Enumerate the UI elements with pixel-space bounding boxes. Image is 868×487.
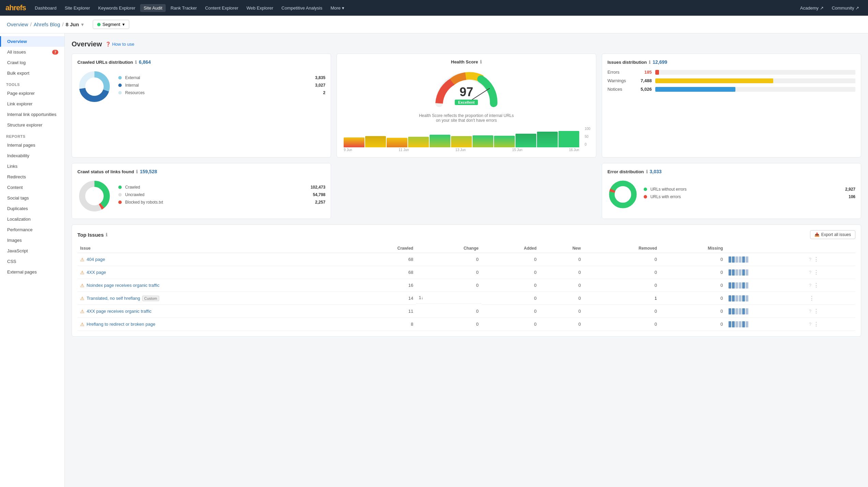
external-dot: [118, 76, 122, 79]
sidebar-item-bulk-export[interactable]: Bulk export: [0, 68, 64, 78]
warning-icon: ⚠: [80, 283, 85, 288]
sidebar-item-internal-link-opportunities[interactable]: Internal link opportunities: [0, 109, 64, 120]
how-to-use-link[interactable]: ❓ How to use: [105, 42, 134, 47]
legend-no-errors: URLs without errors 2,927: [644, 187, 855, 192]
col-missing: Missing: [660, 244, 726, 253]
cell-chart: [726, 305, 806, 318]
nav-dashboard[interactable]: Dashboard: [31, 4, 60, 12]
top-issues-info-icon[interactable]: ℹ: [106, 232, 107, 237]
sidebar-item-javascript[interactable]: JavaScript: [0, 246, 64, 256]
issue-name[interactable]: 404 page: [87, 257, 105, 262]
sidebar-item-links[interactable]: Links: [0, 161, 64, 172]
issues-dist-info-icon[interactable]: ℹ: [649, 60, 650, 65]
spark-bar-6: [451, 136, 472, 147]
minibar-seg: [746, 269, 748, 276]
sidebar-item-link-explorer[interactable]: Link explorer: [0, 99, 64, 109]
crawl-status-info-icon[interactable]: ℹ: [136, 169, 138, 174]
col-actions: [806, 244, 855, 253]
help-icon[interactable]: ?: [809, 322, 811, 327]
more-icon[interactable]: ⋮: [813, 321, 819, 327]
cell-new: 0: [539, 305, 584, 318]
sidebar-item-crawl-log[interactable]: Crawl log: [0, 57, 64, 68]
error-dist-info-icon[interactable]: ℹ: [646, 169, 648, 174]
nav-competitive-analysis[interactable]: Competitive Analysis: [278, 4, 326, 12]
warning-icon: ⚠: [80, 322, 85, 327]
breadcrumb-project[interactable]: Ahrefs Blog: [34, 21, 60, 27]
cell-chart: [726, 279, 806, 292]
help-icon[interactable]: ?: [809, 270, 811, 275]
nav-web-explorer[interactable]: Web Explorer: [243, 4, 277, 12]
crawled-urls-donut: [77, 70, 111, 104]
sidebar-item-internal-pages[interactable]: Internal pages: [0, 140, 64, 150]
nav-academy[interactable]: Academy ↗: [797, 4, 827, 12]
sidebar-item-images[interactable]: Images: [0, 235, 64, 246]
cell-change: 0: [416, 305, 481, 318]
minibar-seg: [729, 282, 731, 289]
more-icon[interactable]: ⋮: [809, 295, 814, 301]
issue-name[interactable]: 4XX page receives organic traffic: [87, 309, 152, 314]
spark-bar-3: [387, 138, 407, 147]
minibar-seg: [742, 295, 745, 301]
nav-keywords-explorer[interactable]: Keywords Explorer: [95, 4, 139, 12]
sidebar-item-duplicates[interactable]: Duplicates: [0, 203, 64, 214]
more-icon[interactable]: ⋮: [813, 269, 819, 276]
sidebar-item-structure-explorer[interactable]: Structure explorer: [0, 120, 64, 130]
nav-site-explorer[interactable]: Site Explorer: [61, 4, 93, 12]
minibar-seg: [732, 308, 735, 314]
sidebar-item-redirects[interactable]: Redirects: [0, 172, 64, 182]
sidebar-item-social-tags[interactable]: Social tags: [0, 193, 64, 203]
minibar-seg: [735, 282, 738, 289]
issue-name[interactable]: Hreflang to redirect or broken page: [87, 322, 155, 327]
minibar-seg: [746, 308, 748, 314]
col-new: New: [539, 244, 584, 253]
cell-removed: 0: [584, 318, 660, 331]
sidebar-item-all-issues[interactable]: All issues 7: [0, 47, 64, 57]
sidebar-item-localization[interactable]: Localization: [0, 214, 64, 224]
cell-added: 0: [481, 253, 539, 266]
nav-site-audit[interactable]: Site Audit: [140, 4, 166, 12]
export-all-issues-button[interactable]: 📤 Export all issues: [810, 230, 855, 239]
help-icon[interactable]: ?: [809, 309, 811, 314]
more-icon[interactable]: ⋮: [813, 308, 819, 314]
cell-new: 0: [539, 253, 584, 266]
issue-name[interactable]: Translated, no self hreflang: [87, 296, 140, 301]
issues-distribution-title: Issues distribution ℹ 12,699: [608, 59, 855, 65]
issue-name[interactable]: 4XX page: [87, 270, 106, 275]
cell-missing: 0: [660, 305, 726, 318]
resources-dot: [118, 91, 122, 94]
more-icon[interactable]: ⋮: [813, 256, 819, 263]
cell-removed: 0: [584, 279, 660, 292]
minibar-seg: [729, 308, 731, 314]
breadcrumb-dropdown-icon[interactable]: ▾: [81, 21, 84, 28]
sidebar-item-page-explorer[interactable]: Page explorer: [0, 88, 64, 99]
crawled-urls-info-icon[interactable]: ℹ: [135, 60, 137, 65]
sidebar-item-indexability[interactable]: Indexability: [0, 150, 64, 161]
with-errors-dot: [644, 195, 647, 198]
sidebar-item-performance[interactable]: Performance: [0, 224, 64, 235]
help-icon[interactable]: ?: [809, 283, 811, 288]
sidebar-item-content[interactable]: Content: [0, 182, 64, 193]
crawl-status-card: Crawl status of links found ℹ 159,528: [72, 163, 331, 219]
more-icon[interactable]: ⋮: [813, 282, 819, 289]
spark-label-4: 15 Jun: [512, 148, 522, 152]
uncrawled-dot: [118, 193, 122, 196]
breadcrumb-site-audit[interactable]: Overview: [7, 21, 28, 27]
minibar-seg: [735, 269, 738, 276]
sidebar-item-css[interactable]: CSS: [0, 256, 64, 267]
sidebar-section-tools: Tools: [0, 78, 64, 88]
issue-name[interactable]: Noindex page receives organic traffic: [87, 283, 160, 288]
minibar-seg: [739, 282, 742, 289]
nav-community[interactable]: Community ↗: [828, 4, 863, 12]
cell-chart: [726, 292, 806, 305]
spark-bar-9: [515, 134, 536, 147]
nav-more[interactable]: More ▾: [327, 4, 347, 12]
issues-table-body: ⚠ 404 page 68 0 0 0 0 0 ? ⋮ ⚠ 4XX page: [77, 253, 855, 331]
cell-removed: 0: [584, 253, 660, 266]
nav-content-explorer[interactable]: Content Explorer: [201, 4, 242, 12]
sidebar-item-overview[interactable]: Overview: [0, 36, 64, 47]
nav-rank-tracker[interactable]: Rank Tracker: [167, 4, 200, 12]
health-score-info-icon[interactable]: ℹ: [480, 59, 482, 64]
help-icon[interactable]: ?: [809, 257, 811, 262]
segment-button[interactable]: Segment ▾: [93, 20, 129, 29]
sidebar-item-external-pages[interactable]: External pages: [0, 267, 64, 277]
